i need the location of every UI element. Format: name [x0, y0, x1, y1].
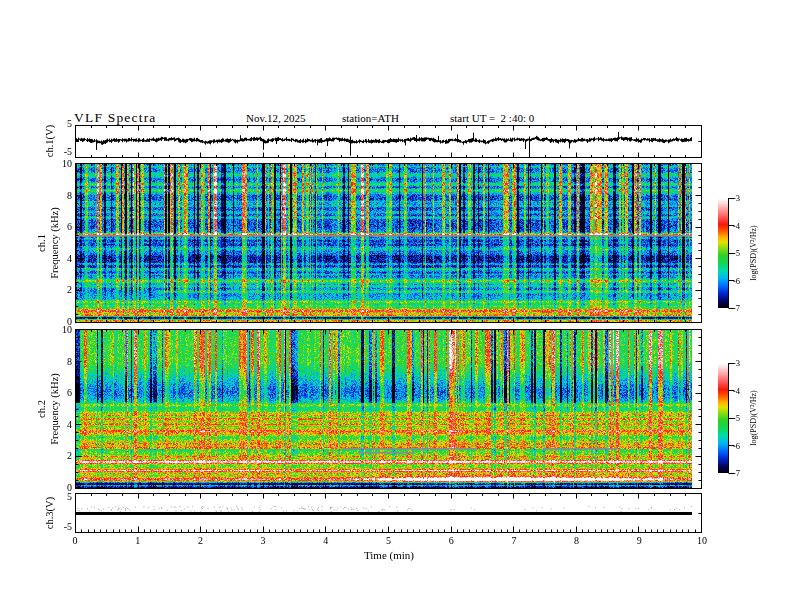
- ylabel-ch2-frequency: Frequency (kHz): [49, 373, 60, 444]
- x-tick-label: 5: [377, 536, 401, 546]
- ch2-spec-y-tick-label: 10: [42, 325, 72, 335]
- colorbar2-tick-label: -6: [733, 442, 740, 451]
- ch2-spec-y-tick-label: 8: [42, 357, 72, 367]
- ch2-spec-y-tick-label: 4: [42, 420, 72, 430]
- ch3-wave-y-tick-label: 5: [42, 492, 72, 502]
- colorbar2-label: log(PSD)(V²/Hz): [748, 390, 759, 445]
- x-tick-label: 1: [126, 536, 150, 546]
- x-tick-label: 10: [690, 536, 714, 546]
- xlabel-time: Time (min): [354, 549, 424, 561]
- ch1-spec-y-tick-label: 6: [42, 222, 72, 232]
- colorbar1-label: log(PSD)(V²/Hz): [748, 225, 759, 280]
- x-tick-label: 9: [627, 536, 651, 546]
- x-tick-label: 3: [251, 536, 275, 546]
- colorbar2-tick-label: -4: [733, 387, 740, 396]
- colorbar2-tick-label: -5: [733, 414, 740, 423]
- ch1-spec-y-tick-label: 4: [42, 254, 72, 264]
- colorbar1-tick-label: -4: [733, 222, 740, 231]
- colorbar1-tick-label: -5: [733, 249, 740, 258]
- ch1-spec-y-tick-label: 10: [42, 159, 72, 169]
- ylabel-ch2-channel: ch.2: [36, 400, 47, 418]
- ch1-spec-y-tick-label: 8: [42, 191, 72, 201]
- ylabel-ch1-frequency: Frequency (kHz): [49, 207, 60, 278]
- ch1-spec-y-tick-label: 2: [42, 285, 72, 295]
- x-tick-label: 0: [63, 536, 87, 546]
- ylabel-ch1-channel: ch.1: [36, 234, 47, 252]
- vlf-spectra-figure: VLF Spectra Nov.12, 2025 station=ATH sta…: [0, 0, 792, 612]
- x-tick-label: 7: [502, 536, 526, 546]
- x-tick-label: 2: [188, 536, 212, 546]
- x-tick-label: 8: [565, 536, 589, 546]
- ch1-wave-y-tick-label: -5: [42, 147, 72, 157]
- colorbar2-tick-label: -3: [733, 359, 740, 368]
- colorbar2-tick-label: -7: [733, 469, 740, 478]
- x-tick-label: 6: [439, 536, 463, 546]
- ch2-spec-y-tick-label: 6: [42, 388, 72, 398]
- ch1-wave-y-tick-label: 5: [42, 119, 72, 129]
- colorbar1-tick-label: -3: [733, 194, 740, 203]
- x-tick-label: 4: [314, 536, 338, 546]
- ch3-wave-y-tick-label: -5: [42, 522, 72, 532]
- colorbar1-tick-label: -6: [733, 277, 740, 286]
- ch2-spec-y-tick-label: 2: [42, 451, 72, 461]
- axes-frame-overlay: [0, 0, 792, 612]
- colorbar1-tick-label: -7: [733, 304, 740, 313]
